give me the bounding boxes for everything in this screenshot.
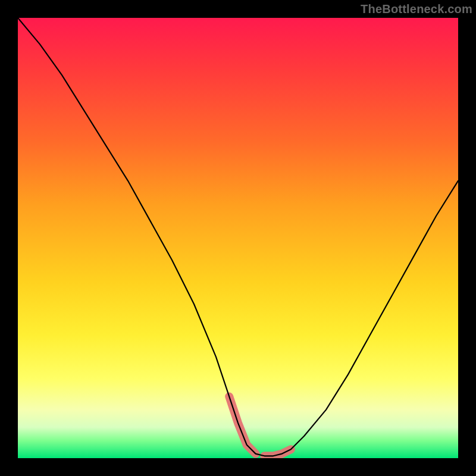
optimal-highlight-left <box>229 396 255 453</box>
plot-area <box>18 18 458 458</box>
chart-svg <box>18 18 458 458</box>
bottleneck-chart: TheBottleneck.com <box>0 0 476 476</box>
watermark-label: TheBottleneck.com <box>361 2 472 16</box>
bottleneck-curve-path <box>18 18 458 456</box>
